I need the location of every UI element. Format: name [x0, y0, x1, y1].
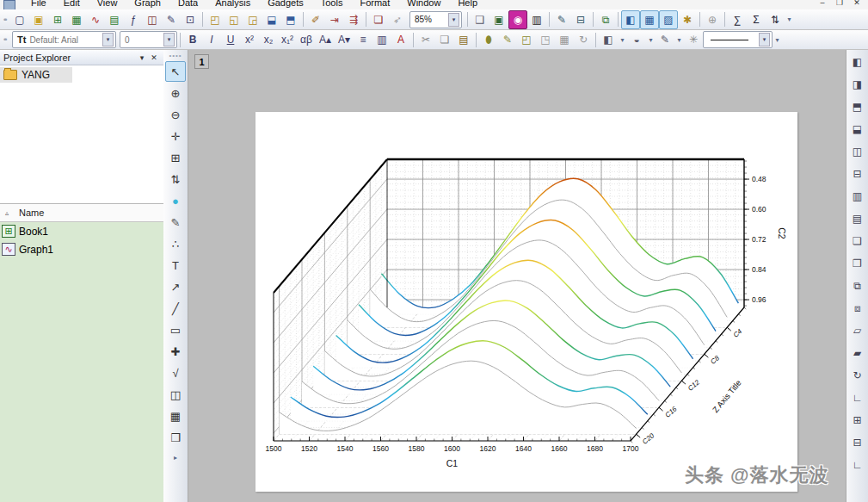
menu-analysis[interactable]: Analysis — [206, 0, 259, 9]
front-parent-button[interactable]: ▱ — [848, 321, 867, 340]
menu-help[interactable]: Help — [449, 0, 486, 9]
toolbar-grip[interactable]: •• — [3, 35, 9, 44]
import-ascii-button[interactable]: ⇥ — [325, 10, 344, 29]
slide-show-button[interactable]: ▣ — [489, 10, 508, 29]
super-subscript-button[interactable]: x₁² — [278, 30, 297, 49]
zoom-in-tool-button[interactable]: ⊕ — [165, 83, 186, 103]
line-tool-button[interactable]: ╱ — [165, 298, 186, 319]
menu-format[interactable]: Format — [351, 0, 398, 9]
equation-tool-button[interactable]: √ — [165, 363, 186, 383]
new-image-button[interactable]: ⊡ — [181, 10, 200, 29]
new-project-button[interactable]: ▢ — [10, 10, 29, 29]
dropdown-arrow-icon[interactable]: ▾ — [759, 33, 770, 46]
pattern-button[interactable]: ▥ — [372, 30, 391, 49]
fill-color-dropdown-arrow[interactable]: ▾ — [618, 36, 627, 44]
open-button[interactable]: ◰ — [206, 10, 225, 29]
new-graph-button[interactable]: ∿ — [86, 10, 105, 29]
back-parent-button[interactable]: ▰ — [848, 344, 867, 363]
apps-panel-toggle-button[interactable]: ▨ — [659, 10, 678, 29]
new-workbook-button[interactable]: ⊞ — [48, 10, 67, 29]
menu-data[interactable]: Data — [169, 0, 206, 9]
insert-3d-object-tool-button[interactable]: ❒ — [165, 427, 186, 448]
import-multiple-ascii-button[interactable]: ⇶ — [344, 10, 363, 29]
merge-layers-button[interactable]: ⊟ — [848, 433, 867, 452]
video-builder-button[interactable]: ◉ — [508, 10, 527, 29]
open-database-button[interactable]: ◰ — [517, 30, 536, 49]
rotate-3d-button[interactable]: ↻ — [848, 366, 867, 385]
selection-on-active-plot-tool-button[interactable]: ● — [165, 190, 186, 211]
project-item-book1[interactable]: ⊞Book1 — [0, 222, 163, 240]
increase-font-button[interactable]: A▴ — [316, 30, 335, 49]
palette-button[interactable]: ◒ — [627, 30, 646, 49]
graph-db-button[interactable]: ⬮ — [479, 30, 498, 49]
insert-worksheet-tool-button[interactable]: ▦ — [165, 406, 186, 426]
toolbar-grip[interactable]: •••• — [169, 52, 182, 59]
edit-chart-button[interactable]: ✎ — [552, 10, 571, 29]
new-matrix-button[interactable]: ▦ — [67, 10, 86, 29]
distribute-horizontal-button[interactable]: ▥ — [848, 187, 867, 206]
query-builder-button[interactable]: ◳ — [536, 30, 555, 49]
data-reader-tool-button[interactable]: ⊞ — [165, 147, 186, 168]
new-excel-workbook-button[interactable]: ▤ — [105, 10, 124, 29]
add-new-columns-button[interactable]: ⊕ — [703, 10, 722, 29]
bring-to-front-button[interactable]: ❏ — [848, 232, 867, 251]
new-layer-button[interactable]: ∟ — [848, 388, 867, 407]
toolbar-grip[interactable]: •• — [3, 15, 9, 24]
tools-overflow-button[interactable]: ▸ — [171, 454, 181, 462]
close-button[interactable]: ✕ — [851, 0, 863, 7]
edit-query-button[interactable]: ✎ — [498, 30, 517, 49]
project-list-header[interactable]: ▵ Name — [0, 204, 163, 222]
layout-split-button[interactable]: ⊟ — [571, 10, 590, 29]
decrease-font-button[interactable]: A▾ — [335, 30, 354, 49]
alignment-button[interactable]: ≡ — [354, 30, 372, 49]
new-folder-button[interactable]: ▣ — [29, 10, 48, 29]
folder-item-yang[interactable]: YANG — [0, 67, 72, 83]
distribute-vertical-button[interactable]: ▤ — [848, 209, 867, 228]
arrow-tool-button[interactable]: ↗ — [165, 276, 186, 297]
menu-edit[interactable]: Edit — [55, 0, 89, 9]
data-selector-tool-button[interactable]: ⇅ — [165, 169, 186, 189]
menu-tools[interactable]: Tools — [312, 0, 352, 9]
new-function-plot-button[interactable]: ƒ — [124, 10, 143, 29]
panel-close-button[interactable]: ✕ — [148, 53, 160, 62]
sort-worksheet-button[interactable]: ⇅ — [766, 10, 785, 29]
pan-tool-button[interactable]: ✚ — [165, 341, 186, 362]
toolbar-overflow-button[interactable]: ▾ — [785, 15, 794, 23]
zoom-level-select[interactable]: 85%▾ — [409, 11, 462, 28]
import-database-button[interactable]: ▦ — [555, 30, 574, 49]
text-tool-button[interactable]: T — [165, 255, 186, 276]
minimize-button[interactable]: – — [816, 0, 828, 7]
cluster-tool-button[interactable]: ∴ — [165, 233, 186, 254]
sum-statistics-button[interactable]: ∑ — [728, 10, 747, 29]
align-right-button[interactable]: ◨ — [848, 75, 867, 94]
graph-page[interactable]: 1500152015401560158016001620164016601680… — [255, 112, 797, 492]
align-left-button[interactable]: ◧ — [848, 53, 867, 71]
screen-reader-tool-button[interactable]: ✛ — [165, 126, 186, 146]
panel-collapse-button[interactable]: ▾ — [136, 53, 148, 62]
bold-button[interactable]: B — [183, 30, 202, 49]
menu-window[interactable]: Window — [398, 0, 449, 9]
cut-button[interactable]: ✂ — [416, 30, 435, 49]
rectangle-tool-button[interactable]: ▭ — [165, 319, 186, 340]
restore-button[interactable]: ❐ — [834, 0, 846, 7]
line-style-select[interactable]: ▾ — [703, 31, 773, 48]
menu-file[interactable]: File — [22, 0, 55, 9]
print-button[interactable]: ❑ — [471, 10, 489, 29]
film-strip-button[interactable]: ▥ — [527, 10, 546, 29]
menu-gadgets[interactable]: Gadgets — [259, 0, 312, 9]
italic-button[interactable]: I — [202, 30, 221, 49]
extract-to-layers-button[interactable]: ⊞ — [848, 411, 867, 430]
align-center-vertical-button[interactable]: ⊟ — [848, 164, 867, 183]
greek-symbols-button[interactable]: αβ — [297, 30, 316, 49]
toolbar-overflow-button[interactable]: ▾ — [773, 36, 782, 44]
project-item-graph1[interactable]: ∿Graph1 — [0, 240, 163, 258]
draw-data-tool-button[interactable]: ✎ — [165, 212, 186, 232]
copy-button[interactable]: ❏ — [435, 30, 454, 49]
menu-graph[interactable]: Graph — [126, 0, 169, 9]
send-to-back-button[interactable]: ❐ — [848, 254, 867, 273]
line-color-button[interactable]: ✎ — [656, 30, 674, 49]
superscript-button[interactable]: x² — [240, 30, 259, 49]
object-manager-toggle-button[interactable]: ▦ — [640, 10, 659, 29]
align-top-button[interactable]: ⬒ — [848, 97, 867, 116]
duplicate-window-button[interactable]: ❏ — [369, 10, 388, 29]
